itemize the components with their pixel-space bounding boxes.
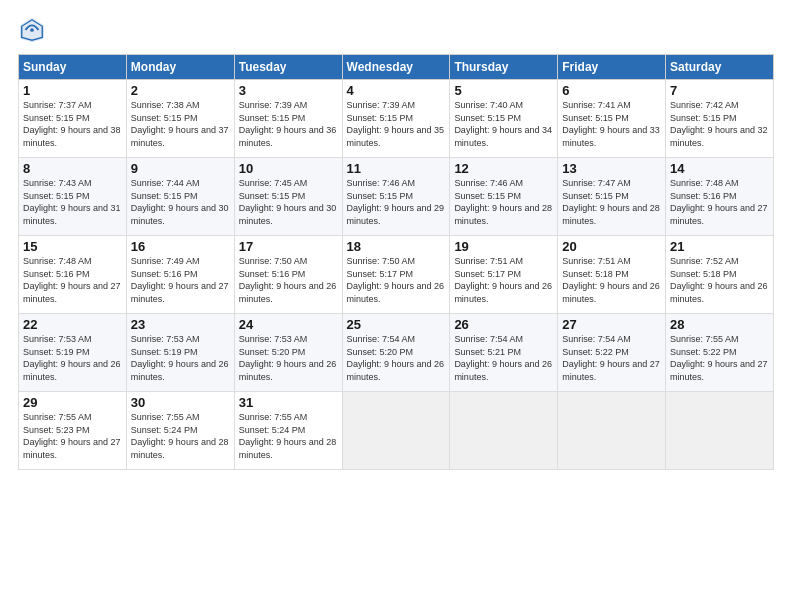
day-number: 4 (347, 83, 446, 98)
logo (18, 16, 50, 44)
calendar-day-cell: 29 Sunrise: 7:55 AMSunset: 5:23 PMDaylig… (19, 392, 127, 470)
calendar-header-cell: Saturday (666, 55, 774, 80)
day-info: Sunrise: 7:42 AMSunset: 5:15 PMDaylight:… (670, 100, 768, 148)
day-info: Sunrise: 7:38 AMSunset: 5:15 PMDaylight:… (131, 100, 229, 148)
day-number: 8 (23, 161, 122, 176)
calendar-day-cell (666, 392, 774, 470)
day-info: Sunrise: 7:45 AMSunset: 5:15 PMDaylight:… (239, 178, 337, 226)
day-number: 31 (239, 395, 338, 410)
calendar-day-cell: 3 Sunrise: 7:39 AMSunset: 5:15 PMDayligh… (234, 80, 342, 158)
day-number: 19 (454, 239, 553, 254)
calendar-day-cell: 18 Sunrise: 7:50 AMSunset: 5:17 PMDaylig… (342, 236, 450, 314)
day-info: Sunrise: 7:47 AMSunset: 5:15 PMDaylight:… (562, 178, 660, 226)
day-info: Sunrise: 7:53 AMSunset: 5:19 PMDaylight:… (23, 334, 121, 382)
calendar-day-cell: 7 Sunrise: 7:42 AMSunset: 5:15 PMDayligh… (666, 80, 774, 158)
day-info: Sunrise: 7:44 AMSunset: 5:15 PMDaylight:… (131, 178, 229, 226)
calendar-header-cell: Sunday (19, 55, 127, 80)
calendar-day-cell: 25 Sunrise: 7:54 AMSunset: 5:20 PMDaylig… (342, 314, 450, 392)
day-number: 27 (562, 317, 661, 332)
day-info: Sunrise: 7:50 AMSunset: 5:16 PMDaylight:… (239, 256, 337, 304)
day-number: 2 (131, 83, 230, 98)
calendar-header-cell: Friday (558, 55, 666, 80)
calendar-day-cell: 11 Sunrise: 7:46 AMSunset: 5:15 PMDaylig… (342, 158, 450, 236)
calendar-day-cell: 12 Sunrise: 7:46 AMSunset: 5:15 PMDaylig… (450, 158, 558, 236)
day-info: Sunrise: 7:53 AMSunset: 5:19 PMDaylight:… (131, 334, 229, 382)
calendar-day-cell: 24 Sunrise: 7:53 AMSunset: 5:20 PMDaylig… (234, 314, 342, 392)
day-number: 24 (239, 317, 338, 332)
day-number: 21 (670, 239, 769, 254)
calendar-day-cell: 26 Sunrise: 7:54 AMSunset: 5:21 PMDaylig… (450, 314, 558, 392)
day-info: Sunrise: 7:55 AMSunset: 5:24 PMDaylight:… (131, 412, 229, 460)
day-info: Sunrise: 7:46 AMSunset: 5:15 PMDaylight:… (454, 178, 552, 226)
day-info: Sunrise: 7:55 AMSunset: 5:24 PMDaylight:… (239, 412, 337, 460)
calendar-day-cell: 1 Sunrise: 7:37 AMSunset: 5:15 PMDayligh… (19, 80, 127, 158)
day-number: 28 (670, 317, 769, 332)
calendar-week-row: 8 Sunrise: 7:43 AMSunset: 5:15 PMDayligh… (19, 158, 774, 236)
day-number: 29 (23, 395, 122, 410)
day-number: 9 (131, 161, 230, 176)
calendar-day-cell: 20 Sunrise: 7:51 AMSunset: 5:18 PMDaylig… (558, 236, 666, 314)
day-number: 13 (562, 161, 661, 176)
calendar-body: 1 Sunrise: 7:37 AMSunset: 5:15 PMDayligh… (19, 80, 774, 470)
day-number: 23 (131, 317, 230, 332)
day-info: Sunrise: 7:50 AMSunset: 5:17 PMDaylight:… (347, 256, 445, 304)
calendar-day-cell: 6 Sunrise: 7:41 AMSunset: 5:15 PMDayligh… (558, 80, 666, 158)
day-number: 20 (562, 239, 661, 254)
calendar-day-cell: 19 Sunrise: 7:51 AMSunset: 5:17 PMDaylig… (450, 236, 558, 314)
day-info: Sunrise: 7:51 AMSunset: 5:17 PMDaylight:… (454, 256, 552, 304)
day-info: Sunrise: 7:46 AMSunset: 5:15 PMDaylight:… (347, 178, 445, 226)
day-number: 3 (239, 83, 338, 98)
day-number: 12 (454, 161, 553, 176)
day-info: Sunrise: 7:55 AMSunset: 5:23 PMDaylight:… (23, 412, 121, 460)
day-number: 30 (131, 395, 230, 410)
calendar-week-row: 15 Sunrise: 7:48 AMSunset: 5:16 PMDaylig… (19, 236, 774, 314)
day-info: Sunrise: 7:39 AMSunset: 5:15 PMDaylight:… (239, 100, 337, 148)
calendar-day-cell: 4 Sunrise: 7:39 AMSunset: 5:15 PMDayligh… (342, 80, 450, 158)
day-info: Sunrise: 7:51 AMSunset: 5:18 PMDaylight:… (562, 256, 660, 304)
day-info: Sunrise: 7:48 AMSunset: 5:16 PMDaylight:… (23, 256, 121, 304)
calendar-day-cell: 14 Sunrise: 7:48 AMSunset: 5:16 PMDaylig… (666, 158, 774, 236)
day-info: Sunrise: 7:41 AMSunset: 5:15 PMDaylight:… (562, 100, 660, 148)
day-info: Sunrise: 7:39 AMSunset: 5:15 PMDaylight:… (347, 100, 445, 148)
page-header (18, 16, 774, 44)
day-number: 17 (239, 239, 338, 254)
calendar-day-cell (342, 392, 450, 470)
day-number: 18 (347, 239, 446, 254)
calendar-day-cell: 28 Sunrise: 7:55 AMSunset: 5:22 PMDaylig… (666, 314, 774, 392)
day-number: 6 (562, 83, 661, 98)
day-info: Sunrise: 7:37 AMSunset: 5:15 PMDaylight:… (23, 100, 121, 148)
calendar-week-row: 1 Sunrise: 7:37 AMSunset: 5:15 PMDayligh… (19, 80, 774, 158)
calendar-day-cell: 21 Sunrise: 7:52 AMSunset: 5:18 PMDaylig… (666, 236, 774, 314)
calendar-day-cell: 10 Sunrise: 7:45 AMSunset: 5:15 PMDaylig… (234, 158, 342, 236)
day-info: Sunrise: 7:49 AMSunset: 5:16 PMDaylight:… (131, 256, 229, 304)
calendar-day-cell: 17 Sunrise: 7:50 AMSunset: 5:16 PMDaylig… (234, 236, 342, 314)
day-number: 10 (239, 161, 338, 176)
calendar-day-cell: 5 Sunrise: 7:40 AMSunset: 5:15 PMDayligh… (450, 80, 558, 158)
svg-point-2 (30, 28, 34, 32)
day-number: 26 (454, 317, 553, 332)
calendar-day-cell (558, 392, 666, 470)
calendar-day-cell: 23 Sunrise: 7:53 AMSunset: 5:19 PMDaylig… (126, 314, 234, 392)
calendar-table: SundayMondayTuesdayWednesdayThursdayFrid… (18, 54, 774, 470)
page-container: SundayMondayTuesdayWednesdayThursdayFrid… (0, 0, 792, 480)
day-number: 5 (454, 83, 553, 98)
calendar-day-cell: 16 Sunrise: 7:49 AMSunset: 5:16 PMDaylig… (126, 236, 234, 314)
calendar-header-cell: Thursday (450, 55, 558, 80)
calendar-day-cell: 9 Sunrise: 7:44 AMSunset: 5:15 PMDayligh… (126, 158, 234, 236)
day-info: Sunrise: 7:48 AMSunset: 5:16 PMDaylight:… (670, 178, 768, 226)
day-info: Sunrise: 7:52 AMSunset: 5:18 PMDaylight:… (670, 256, 768, 304)
day-info: Sunrise: 7:53 AMSunset: 5:20 PMDaylight:… (239, 334, 337, 382)
calendar-day-cell: 8 Sunrise: 7:43 AMSunset: 5:15 PMDayligh… (19, 158, 127, 236)
calendar-day-cell: 31 Sunrise: 7:55 AMSunset: 5:24 PMDaylig… (234, 392, 342, 470)
day-number: 14 (670, 161, 769, 176)
calendar-week-row: 29 Sunrise: 7:55 AMSunset: 5:23 PMDaylig… (19, 392, 774, 470)
day-info: Sunrise: 7:43 AMSunset: 5:15 PMDaylight:… (23, 178, 121, 226)
calendar-day-cell: 13 Sunrise: 7:47 AMSunset: 5:15 PMDaylig… (558, 158, 666, 236)
calendar-day-cell: 2 Sunrise: 7:38 AMSunset: 5:15 PMDayligh… (126, 80, 234, 158)
day-number: 15 (23, 239, 122, 254)
calendar-day-cell: 22 Sunrise: 7:53 AMSunset: 5:19 PMDaylig… (19, 314, 127, 392)
calendar-day-cell: 30 Sunrise: 7:55 AMSunset: 5:24 PMDaylig… (126, 392, 234, 470)
day-info: Sunrise: 7:55 AMSunset: 5:22 PMDaylight:… (670, 334, 768, 382)
calendar-header-cell: Monday (126, 55, 234, 80)
calendar-header-cell: Tuesday (234, 55, 342, 80)
